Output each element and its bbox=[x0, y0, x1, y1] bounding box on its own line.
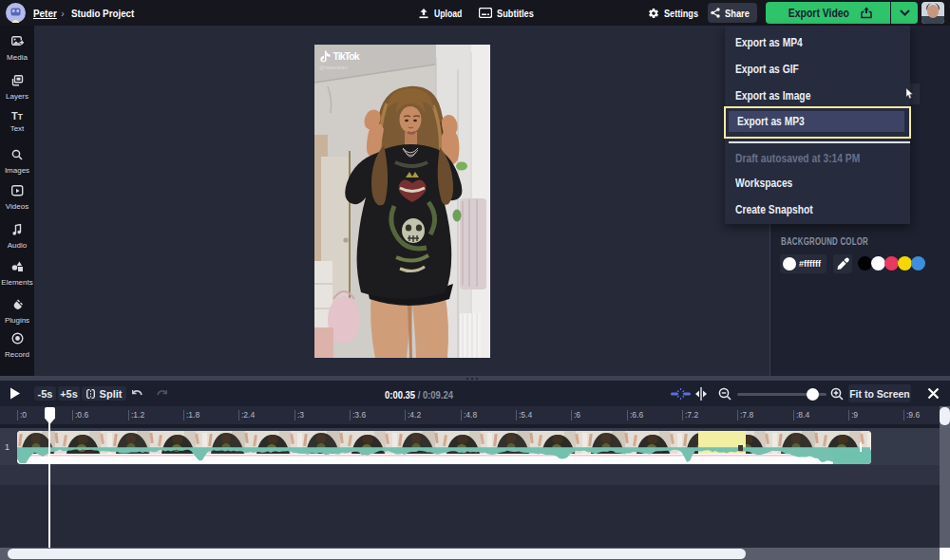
svg-text:TikTok: TikTok bbox=[333, 50, 360, 62]
svg-text:@lasenkari: @lasenkari bbox=[319, 65, 348, 70]
